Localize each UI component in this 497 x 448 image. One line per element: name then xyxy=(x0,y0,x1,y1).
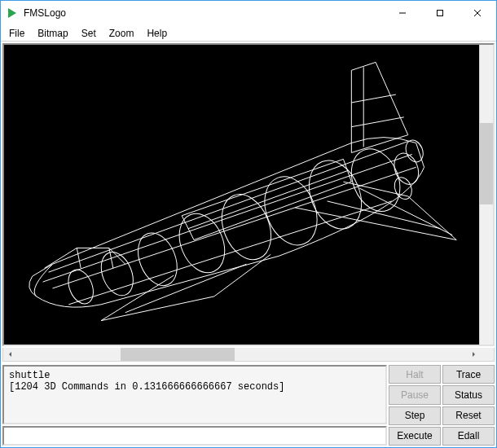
output-log[interactable]: shuttle [1204 3D Commands in 0.131666666… xyxy=(2,365,387,424)
button-grid: Halt Trace Pause Status Step Reset Execu… xyxy=(389,365,495,446)
svg-point-6 xyxy=(95,248,139,301)
menubar: File Bitmap Set Zoom Help xyxy=(1,25,496,42)
canvas-area xyxy=(2,43,495,346)
app-title: FMSLogo xyxy=(24,7,384,19)
vscroll-thumb[interactable] xyxy=(480,123,493,204)
menu-set[interactable]: Set xyxy=(75,27,103,40)
command-input[interactable] xyxy=(2,426,387,446)
maximize-button[interactable] xyxy=(421,1,459,25)
log-line: [1204 3D Commands in 0.131666666666667 s… xyxy=(9,381,284,393)
close-button[interactable] xyxy=(459,1,496,25)
io-area: shuttle [1204 3D Commands in 0.131666666… xyxy=(2,365,495,446)
reset-button[interactable]: Reset xyxy=(442,406,495,425)
vertical-scrollbar[interactable] xyxy=(479,45,493,345)
svg-marker-17 xyxy=(473,352,475,357)
scrollbar-corner xyxy=(480,348,494,361)
halt-button[interactable]: Halt xyxy=(389,365,441,384)
horizontal-scrollbar[interactable] xyxy=(2,348,495,362)
menu-zoom[interactable]: Zoom xyxy=(103,27,141,40)
trace-button[interactable]: Trace xyxy=(442,365,495,384)
svg-point-15 xyxy=(391,174,415,201)
menu-bitmap[interactable]: Bitmap xyxy=(31,27,74,40)
log-column: shuttle [1204 3D Commands in 0.131666666… xyxy=(2,365,387,446)
edall-button[interactable]: Edall xyxy=(442,427,495,446)
svg-marker-16 xyxy=(9,352,11,357)
wireframe-shuttle xyxy=(4,45,479,345)
minimize-button[interactable] xyxy=(384,1,421,25)
status-button[interactable]: Status xyxy=(442,385,495,404)
hscroll-track[interactable] xyxy=(31,348,452,361)
app-window: FMSLogo File Bitmap Set Zoom Help xyxy=(0,0,497,448)
menu-file[interactable]: File xyxy=(2,27,31,40)
svg-marker-0 xyxy=(8,8,16,18)
hscroll-right-button[interactable] xyxy=(466,348,480,361)
pause-button[interactable]: Pause xyxy=(389,385,441,404)
vscroll-track[interactable] xyxy=(480,45,493,345)
log-line: shuttle xyxy=(9,370,50,381)
play-icon xyxy=(6,7,19,20)
svg-point-11 xyxy=(300,152,372,236)
window-controls xyxy=(384,1,496,25)
menu-help[interactable]: Help xyxy=(140,27,174,40)
execute-button[interactable]: Execute xyxy=(389,427,441,446)
hscroll-left-button[interactable] xyxy=(3,348,17,361)
step-button[interactable]: Step xyxy=(389,406,441,425)
hscroll-thumb[interactable] xyxy=(121,348,235,361)
titlebar[interactable]: FMSLogo xyxy=(1,1,496,25)
svg-rect-2 xyxy=(438,11,443,16)
svg-point-5 xyxy=(64,266,98,308)
canvas[interactable] xyxy=(4,45,479,345)
